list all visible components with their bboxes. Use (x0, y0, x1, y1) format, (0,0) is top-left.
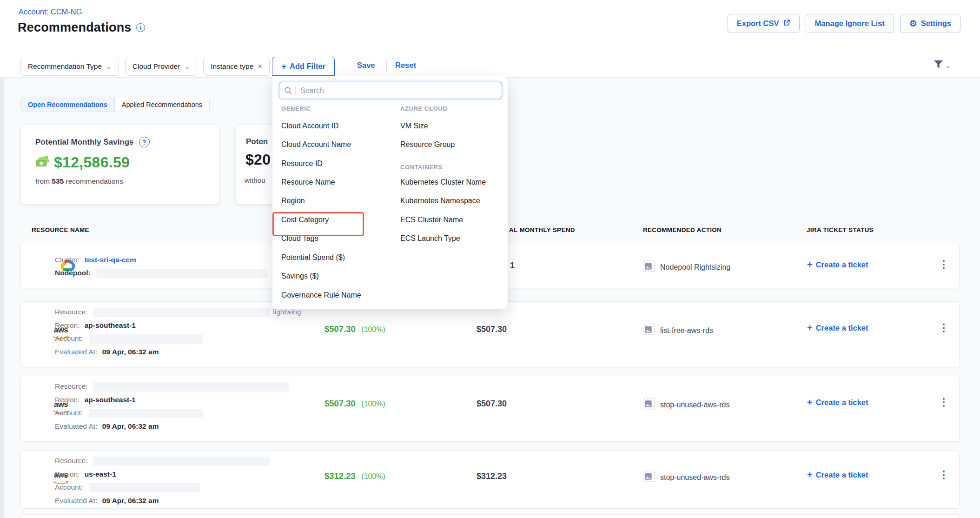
filter-chip-instance-type[interactable]: Instance type × (203, 57, 270, 76)
subtitle-prefix: from (35, 177, 50, 185)
account-line: Account: (55, 406, 289, 420)
create-ticket-button[interactable]: + Create a ticket (807, 398, 868, 407)
recommended-action-label: stop-unused-aws-rds (660, 473, 729, 482)
redacted-value (93, 382, 289, 392)
reset-filter-button[interactable]: Reset (395, 61, 416, 70)
create-ticket-label: Create a ticket (816, 471, 868, 479)
filter-chip-cloud-provider[interactable]: Cloud Provider ⌄ (125, 57, 197, 76)
row-menu-kebab-icon[interactable]: ⋮ (939, 322, 949, 334)
account-line: Account: (55, 332, 301, 345)
filter-option[interactable]: Savings ($) (281, 272, 319, 282)
create-ticket-button[interactable]: + Create a ticket (807, 323, 868, 332)
filter-option[interactable]: Resource ID (281, 159, 323, 170)
filter-option[interactable]: Governance Rule Name (281, 291, 361, 301)
redacted-value (93, 457, 270, 466)
evaluated-label: Evaluated At: (55, 422, 97, 430)
chip-label: Cloud Provider (132, 62, 180, 71)
chip-label: Recommendation Type (28, 62, 102, 71)
filter-option[interactable]: Kubernetes Cluster Name (400, 178, 486, 188)
resource-line: Resource: (55, 454, 270, 468)
section-heading-containers: CONTAINERS (400, 164, 443, 171)
close-icon[interactable]: × (258, 62, 262, 70)
filter-option[interactable]: Resource Name (281, 178, 335, 188)
search-input[interactable] (299, 86, 497, 95)
savings-value: $312.23 (324, 471, 356, 481)
redacted-value (93, 308, 270, 317)
column-header-jira-ticket-status: JIRA TICKET STATUS (807, 226, 874, 233)
filter-option[interactable]: Cloud Account Name (281, 140, 351, 151)
divider (386, 60, 387, 72)
filter-chips: Recommendation Type ⌄ Cloud Provider ⌄ I… (20, 57, 270, 76)
plus-icon: + (281, 62, 286, 71)
tab-open-recommendations[interactable]: Open Recommendations (21, 97, 114, 112)
filter-option[interactable]: Resource Group (400, 140, 455, 151)
savings-percentage: (100%) (361, 472, 385, 480)
table-row[interactable]: aws Resource: lightwing Region: ap-south… (20, 301, 960, 367)
manage-ignore-list-button[interactable]: Manage Ignore List (806, 14, 894, 33)
search-box[interactable] (279, 82, 502, 99)
plus-icon: + (807, 260, 813, 269)
export-csv-label: Export CSV (737, 19, 779, 28)
help-icon[interactable]: ? (139, 137, 150, 147)
export-csv-button[interactable]: Export CSV (728, 14, 800, 33)
add-filter-button[interactable]: + Add Filter (272, 57, 335, 76)
settings-label: Settings (921, 19, 951, 28)
filter-option[interactable]: Cloud Account ID (281, 122, 339, 132)
filter-option[interactable]: Cloud Tags (281, 234, 318, 245)
recommended-action-cell: stop-unused-aws-rds (643, 398, 729, 412)
info-icon[interactable]: i (136, 23, 145, 32)
resource-label: Resource: (55, 382, 88, 390)
recommended-action-label: stop-unused-aws-rds (660, 401, 729, 409)
save-filter-button[interactable]: Save (357, 61, 375, 70)
summary-card-potential-monthly-savings: Potential Monthly Savings ? $12,586.59 f… (20, 125, 219, 205)
settings-button[interactable]: ⚙ Settings (900, 14, 960, 33)
column-header-monthly-spend-partial: AL MONTHLY SPEND (509, 226, 575, 233)
create-ticket-button[interactable]: + Create a ticket (807, 470, 868, 479)
filter-option[interactable]: Kubernetes Namespace (400, 197, 480, 207)
filter-panel-toggle[interactable]: ⌄ (934, 60, 951, 71)
create-ticket-label: Create a ticket (816, 324, 868, 332)
chevron-down-icon: ⌄ (106, 63, 112, 70)
section-heading-azure-cloud: AZURE CLOUD (400, 105, 447, 112)
column-header-recommended-action: RECOMMENDED ACTION (643, 226, 722, 233)
savings-value: $12,586.59 (54, 154, 130, 171)
left-edge-strip (0, 78, 4, 518)
column-header-resource-name: RESOURCE NAME (32, 226, 89, 233)
monthly-spend-value: $312.23 (477, 472, 507, 481)
evaluated-line: Evaluated At: 09 Apr, 06:32 am (55, 345, 301, 359)
breadcrumb[interactable]: Account: CCM-NG (19, 7, 82, 16)
row-menu-kebab-icon[interactable]: ⋮ (939, 396, 949, 408)
savings-cell: $507.30 (100%) (324, 324, 385, 334)
filter-option[interactable]: Potential Spend ($) (281, 253, 345, 264)
tab-applied-recommendations[interactable]: Applied Recommendations (114, 97, 209, 112)
text-caret (296, 86, 296, 95)
table-row[interactable]: aws Resource: Region: ap-southeast-1 Acc… (20, 376, 960, 442)
savings-value: $507.30 (324, 398, 356, 408)
create-ticket-button[interactable]: + Create a ticket (807, 260, 868, 269)
add-filter-dropdown: GENERIC Cloud Account ID Cloud Account N… (272, 76, 508, 309)
filter-option[interactable]: ECS Cluster Name (400, 216, 463, 226)
image-placeholder-icon (643, 398, 655, 412)
filter-option[interactable]: ECS Launch Type (400, 234, 460, 245)
cluster-name-link[interactable]: test-sri-qa-ccm (85, 256, 136, 264)
evaluated-line: Evaluated At: 09 Apr, 06:32 am (55, 420, 289, 433)
savings-percentage: (100%) (361, 325, 385, 333)
evaluated-label: Evaluated At: (55, 348, 97, 356)
plus-icon: + (807, 398, 813, 407)
filter-option[interactable]: Region (281, 197, 305, 207)
row-menu-kebab-icon[interactable]: ⋮ (939, 469, 949, 481)
funnel-icon (934, 60, 943, 71)
recommended-action-cell: stop-unused-aws-rds (643, 471, 729, 484)
region-value: us-east-1 (85, 470, 116, 478)
filter-chip-recommendation-type[interactable]: Recommendation Type ⌄ (20, 57, 119, 76)
resource-label: Resource: (55, 457, 88, 465)
external-link-icon (783, 19, 790, 28)
filter-option[interactable]: VM Size (400, 122, 428, 132)
row-menu-kebab-icon[interactable]: ⋮ (939, 259, 949, 271)
savings-cell: $312.23 (100%) (324, 471, 385, 481)
table-row[interactable]: aws Resource: Region: us-east-1 Account:… (20, 450, 960, 509)
card-title-clipped: Poten (246, 137, 268, 146)
redacted-value (89, 409, 203, 418)
account-label: Account: (55, 483, 83, 491)
filter-option-cost-category[interactable]: Cost Category (281, 216, 329, 226)
